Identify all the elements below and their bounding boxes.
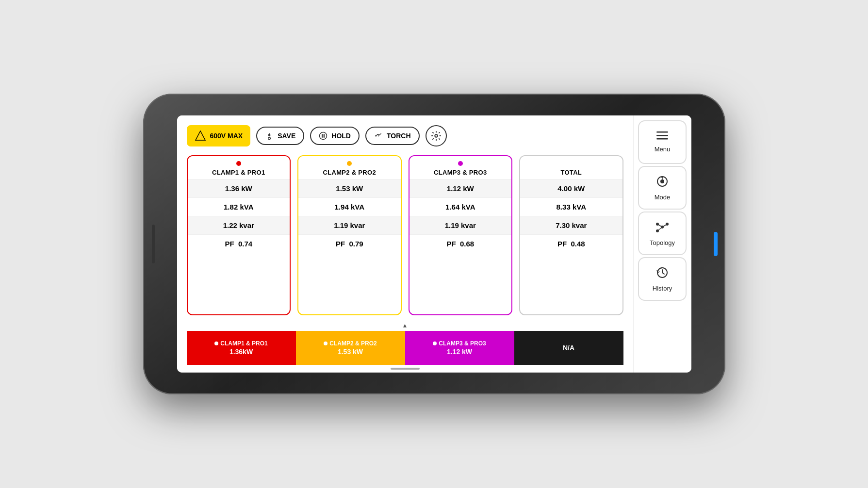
hold-label: HOLD	[331, 132, 351, 140]
pause-icon	[319, 131, 328, 140]
scroll-dots	[187, 365, 623, 373]
card-clamp1-header: CLAMP1 & PRO1	[188, 156, 290, 179]
clamp3-title: CLAMP3 & PRO3	[434, 169, 487, 176]
menu-icon	[656, 131, 668, 143]
bar-item-na: N/A	[514, 331, 623, 365]
topology-button[interactable]: Topology	[638, 211, 687, 255]
bottom-section: ▲ CLAMP1 & PRO1 1.36kW CLAMP2 & PRO2	[187, 320, 623, 373]
card-clamp3: CLAMP3 & PRO3 1.12 kW 1.64 kVA 1.19 kvar…	[409, 155, 513, 315]
bar-item-clamp2: CLAMP2 & PRO2 1.53 kW	[296, 331, 405, 365]
svg-point-3	[269, 134, 270, 135]
svg-rect-10	[656, 135, 668, 136]
svg-point-13	[660, 179, 664, 183]
menu-label: Menu	[655, 146, 671, 153]
sidebar: Menu Mode	[633, 115, 691, 373]
save-button[interactable]: SAVE	[256, 127, 304, 145]
bar-dot-clamp2	[324, 342, 328, 345]
mode-icon	[655, 175, 669, 191]
card-total-header: TOTAL	[520, 156, 622, 179]
clamp3-pf: PF 0.68	[409, 234, 512, 253]
settings-icon	[431, 130, 442, 141]
svg-rect-6	[324, 134, 325, 138]
svg-line-21	[662, 224, 667, 227]
total-pf: PF 0.48	[520, 234, 622, 253]
clamp2-pf: PF 0.79	[298, 234, 401, 253]
card-clamp3-header: CLAMP3 & PRO3	[409, 156, 512, 179]
clamp1-kvar: 1.22 kvar	[188, 216, 290, 234]
clamp1-kw: 1.36 kW	[188, 179, 290, 197]
svg-point-8	[435, 134, 438, 137]
clamp2-dot	[347, 161, 352, 166]
card-total: TOTAL 4.00 kW 8.33 kVA 7.30 kvar PF 0.48	[519, 155, 623, 315]
menu-button[interactable]: Menu	[638, 120, 687, 164]
phone-frame: ⚡ 600V MAX SAVE	[143, 94, 725, 394]
svg-point-7	[375, 135, 377, 137]
mode-button[interactable]: Mode	[638, 166, 687, 210]
bar-label-clamp3: CLAMP3 & PRO3	[433, 340, 486, 347]
svg-point-2	[268, 137, 271, 140]
voltage-button[interactable]: ⚡ 600V MAX	[187, 125, 251, 146]
bar-value-clamp2: 1.53 kW	[338, 348, 363, 356]
clamp1-title: CLAMP1 & PRO1	[212, 169, 265, 176]
svg-rect-9	[656, 131, 668, 133]
bar-item-clamp1: CLAMP1 & PRO1 1.36kW	[187, 331, 296, 365]
clamp2-kva: 1.94 kVA	[298, 197, 401, 216]
toolbar: ⚡ 600V MAX SAVE	[187, 125, 623, 146]
scroll-indicator: ▲	[187, 320, 623, 331]
clamp1-kva: 1.82 kVA	[188, 197, 290, 216]
bar-value-na: N/A	[563, 344, 574, 352]
mode-label: Mode	[655, 194, 671, 201]
voltage-label: 600V MAX	[210, 132, 243, 140]
total-kw: 4.00 kW	[520, 179, 622, 197]
bar-value-clamp1: 1.36kW	[229, 348, 253, 356]
clamp3-dot	[458, 161, 463, 166]
total-kvar: 7.30 kvar	[520, 216, 622, 234]
topology-label: Topology	[650, 239, 675, 246]
card-clamp1: CLAMP1 & PRO1 1.36 kW 1.82 kVA 1.22 kvar…	[187, 155, 291, 315]
topology-icon	[655, 220, 669, 236]
card-clamp2-header: CLAMP2 & PRO2	[298, 156, 401, 179]
clamp3-kva: 1.64 kVA	[409, 197, 512, 216]
history-button[interactable]: History	[638, 257, 687, 301]
svg-point-4	[320, 132, 327, 140]
svg-line-20	[657, 224, 662, 227]
clamp2-kvar: 1.19 kvar	[298, 216, 401, 234]
torch-icon	[374, 131, 383, 140]
torch-button[interactable]: TORCH	[365, 127, 420, 145]
svg-rect-5	[322, 134, 323, 138]
save-label: SAVE	[278, 132, 295, 140]
bar-dot-clamp1	[214, 342, 218, 345]
bar-label-clamp2: CLAMP2 & PRO2	[324, 340, 377, 347]
total-kva: 8.33 kVA	[520, 197, 622, 216]
settings-button[interactable]	[426, 125, 447, 146]
bottom-bar: CLAMP1 & PRO1 1.36kW CLAMP2 & PRO2 1.53 …	[187, 331, 623, 365]
clamp1-pf: PF 0.74	[188, 234, 290, 253]
svg-line-22	[657, 227, 662, 231]
bar-dot-clamp3	[433, 342, 437, 345]
svg-text:⚡: ⚡	[197, 133, 204, 140]
clamp3-kw: 1.12 kW	[409, 179, 512, 197]
scroll-arrow-icon: ▲	[402, 322, 408, 329]
torch-label: TORCH	[387, 132, 411, 140]
bar-value-clamp3: 1.12 kW	[447, 348, 472, 356]
clamp2-kw: 1.53 kW	[298, 179, 401, 197]
history-label: History	[653, 285, 672, 292]
hold-button[interactable]: HOLD	[310, 127, 360, 145]
clamp2-title: CLAMP2 & PRO2	[323, 169, 376, 176]
clamp1-dot	[236, 161, 241, 166]
bar-label-clamp1: CLAMP1 & PRO1	[214, 340, 267, 347]
svg-point-14	[661, 176, 663, 178]
cards-row: CLAMP1 & PRO1 1.36 kW 1.82 kVA 1.22 kvar…	[187, 155, 623, 315]
phone-screen: ⚡ 600V MAX SAVE	[177, 115, 691, 373]
clamp3-kvar: 1.19 kvar	[409, 216, 512, 234]
warning-icon: ⚡	[195, 130, 206, 142]
main-content: ⚡ 600V MAX SAVE	[177, 115, 633, 373]
save-icon	[265, 131, 274, 140]
total-title: TOTAL	[560, 169, 582, 176]
card-clamp2: CLAMP2 & PRO2 1.53 kW 1.94 kVA 1.19 kvar…	[297, 155, 402, 315]
scroll-dot-indicator	[391, 368, 420, 370]
history-icon	[655, 266, 669, 282]
svg-rect-11	[656, 138, 668, 140]
bar-item-clamp3: CLAMP3 & PRO3 1.12 kW	[405, 331, 514, 365]
